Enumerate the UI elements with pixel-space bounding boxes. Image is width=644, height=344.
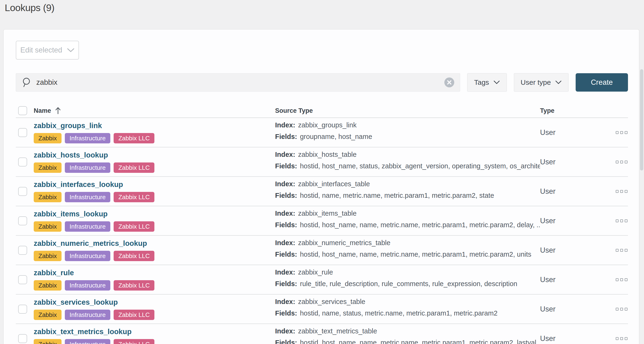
table-row: zabbix_text_metrics_lookup ZabbixInfrast… — [16, 324, 628, 344]
tag-badge[interactable]: Zabbix LLC — [114, 192, 154, 202]
tag-badge[interactable]: Zabbix LLC — [114, 163, 154, 173]
row-checkbox[interactable] — [18, 275, 27, 284]
row-actions-menu-icon[interactable] — [615, 247, 628, 253]
lookup-name-link[interactable]: zabbix_numeric_metrics_lookup — [34, 239, 147, 248]
lookup-type: User — [540, 147, 615, 176]
tag-badge[interactable]: Zabbix — [34, 163, 62, 173]
user-type-filter-dropdown[interactable]: User type — [514, 73, 568, 92]
fields-label: Fields: — [275, 221, 297, 229]
tag-list: ZabbixInfrastructureZabbix LLC — [34, 251, 275, 261]
lookup-name-link[interactable]: zabbix_text_metrics_lookup — [34, 328, 132, 336]
tag-badge[interactable]: Zabbix LLC — [114, 133, 154, 143]
lookup-type: User — [540, 295, 615, 324]
clear-search-icon[interactable] — [444, 77, 454, 87]
row-actions-menu-icon[interactable] — [615, 336, 628, 342]
fields-label: Fields: — [275, 251, 297, 258]
tags-filter-label: Tags — [474, 78, 489, 86]
row-actions-menu-icon[interactable] — [615, 277, 628, 283]
tag-badge[interactable]: Zabbix — [34, 339, 62, 344]
tag-list: ZabbixInfrastructureZabbix LLC — [34, 280, 275, 291]
tag-list: ZabbixInfrastructureZabbix LLC — [34, 133, 275, 143]
fields-label: Fields: — [275, 162, 297, 170]
fields-value: hostid, host_name, name, metric.name, me… — [300, 251, 531, 258]
tag-badge[interactable]: Zabbix — [34, 133, 62, 143]
row-checkbox[interactable] — [18, 305, 27, 314]
fields-label: Fields: — [275, 339, 297, 344]
row-actions-menu-icon[interactable] — [615, 159, 628, 165]
index-label: Index: — [275, 180, 295, 188]
index-label: Index: — [275, 239, 295, 247]
row-checkbox[interactable] — [18, 128, 27, 137]
search-icon — [22, 77, 32, 88]
lookup-name-link[interactable]: zabbix_items_lookup — [34, 210, 108, 218]
table-row: zabbix_items_lookup ZabbixInfrastructure… — [16, 206, 628, 236]
tag-badge[interactable]: Infrastructure — [65, 310, 110, 320]
tag-list: ZabbixInfrastructureZabbix LLC — [34, 310, 275, 320]
row-checkbox[interactable] — [18, 158, 27, 167]
tag-badge[interactable]: Infrastructure — [65, 221, 110, 232]
scrollbar-track — [639, 29, 644, 344]
fields-label: Fields: — [275, 192, 297, 199]
row-checkbox[interactable] — [18, 187, 27, 196]
index-value: zabbix_text_metrics_table — [298, 327, 377, 335]
lookup-name-link[interactable]: zabbix_rule — [34, 269, 74, 277]
column-header-name[interactable]: Name — [30, 107, 275, 114]
chevron-down-icon — [67, 48, 74, 52]
tag-badge[interactable]: Infrastructure — [65, 339, 110, 344]
tag-badge[interactable]: Zabbix LLC — [114, 251, 154, 261]
row-checkbox[interactable] — [18, 334, 27, 343]
search-input[interactable] — [36, 78, 440, 87]
tag-badge[interactable]: Infrastructure — [65, 133, 110, 143]
lookup-name-link[interactable]: zabbix_groups_link — [34, 122, 102, 130]
search-box[interactable] — [16, 73, 460, 92]
fields-value: hostid, host_name, status, zabbix_agent_… — [300, 162, 540, 170]
tag-badge[interactable]: Zabbix LLC — [114, 280, 154, 291]
create-button[interactable]: Create — [576, 73, 628, 92]
tag-badge[interactable]: Zabbix — [34, 192, 62, 202]
filter-toolbar: Tags User type Create — [16, 73, 628, 92]
chevron-down-icon — [555, 80, 562, 85]
index-label: Index: — [275, 121, 295, 129]
tag-badge[interactable]: Infrastructure — [65, 280, 110, 291]
scrollbar-thumb[interactable] — [640, 69, 643, 171]
tag-badge[interactable]: Zabbix — [34, 310, 62, 320]
index-label: Index: — [275, 268, 295, 276]
lookups-table-body: zabbix_groups_link ZabbixInfrastructureZ… — [16, 118, 628, 344]
lookup-type: User — [540, 324, 615, 344]
lookup-name-link[interactable]: zabbix_services_lookup — [34, 298, 118, 307]
tag-badge[interactable]: Infrastructure — [65, 251, 110, 261]
fields-label: Fields: — [275, 309, 297, 317]
row-actions-menu-icon[interactable] — [615, 306, 628, 312]
index-value: zabbix_hosts_table — [298, 151, 356, 158]
tag-badge[interactable]: Zabbix LLC — [114, 221, 154, 232]
tag-badge[interactable]: Infrastructure — [65, 163, 110, 173]
index-label: Index: — [275, 151, 295, 158]
edit-selected-button[interactable]: Edit selected — [16, 41, 79, 60]
row-checkbox[interactable] — [18, 246, 27, 255]
tag-badge[interactable]: Zabbix LLC — [114, 310, 154, 320]
tag-badge[interactable]: Zabbix — [34, 221, 62, 232]
lookup-name-link[interactable]: zabbix_interfaces_lookup — [34, 180, 123, 189]
lookup-name-link[interactable]: zabbix_hosts_lookup — [34, 151, 108, 160]
page-title: Lookups (9) — [5, 2, 54, 13]
tag-badge[interactable]: Infrastructure — [65, 192, 110, 202]
fields-value: hostid, name, status, metric.name, metri… — [300, 309, 498, 317]
select-all-checkbox[interactable] — [18, 106, 27, 115]
edit-selected-label: Edit selected — [20, 46, 62, 54]
tag-badge[interactable]: Zabbix LLC — [114, 339, 154, 344]
lookups-panel: Edit selected Tags — [3, 29, 639, 344]
tags-filter-dropdown[interactable]: Tags — [467, 73, 506, 92]
tag-badge[interactable]: Zabbix — [34, 280, 62, 291]
row-checkbox[interactable] — [18, 216, 27, 225]
index-value: zabbix_services_table — [298, 298, 365, 305]
index-value: zabbix_groups_link — [298, 121, 356, 129]
row-actions-menu-icon[interactable] — [615, 218, 628, 224]
table-row: zabbix_groups_link ZabbixInfrastructureZ… — [16, 118, 628, 147]
lookup-type: User — [540, 177, 615, 206]
tag-badge[interactable]: Zabbix — [34, 251, 62, 261]
table-row: zabbix_rule ZabbixInfrastructureZabbix L… — [16, 265, 628, 295]
row-actions-menu-icon[interactable] — [615, 188, 628, 194]
index-value: zabbix_rule — [298, 268, 333, 276]
row-actions-menu-icon[interactable] — [615, 130, 628, 135]
table-row: zabbix_hosts_lookup ZabbixInfrastructure… — [16, 147, 628, 177]
